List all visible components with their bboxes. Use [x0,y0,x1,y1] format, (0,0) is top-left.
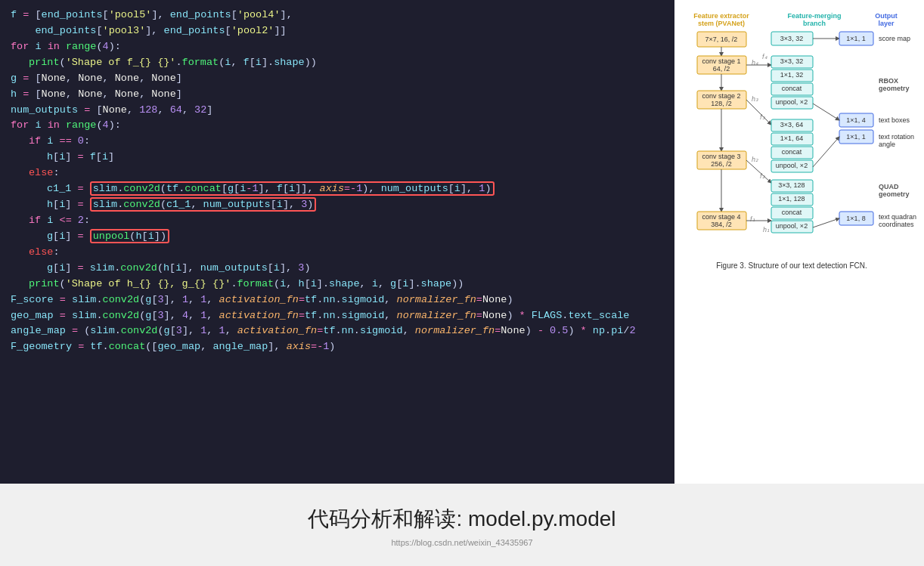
top-section: f = [end_points['pool5'], end_points['po… [0,0,924,484]
svg-text:text boxes: text boxes [879,116,910,124]
svg-text:Feature extractor: Feature extractor [693,12,749,20]
svg-text:f₃: f₃ [760,113,765,121]
svg-text:3×3, 128: 3×3, 128 [778,181,805,189]
svg-line-81 [813,104,839,120]
svg-line-30 [746,100,771,125]
svg-text:1×1, 8: 1×1, 8 [846,215,865,222]
svg-text:text quadrangle: text quadrangle [879,213,916,221]
svg-text:unpool, ×2: unpool, ×2 [776,98,808,106]
svg-text:3×3, 32: 3×3, 32 [780,57,803,65]
svg-text:1×1, 32: 1×1, 32 [780,71,803,79]
svg-text:RBOX: RBOX [879,77,898,85]
svg-text:128, /2: 128, /2 [711,100,732,107]
code-panel: f = [end_points['pool5'], end_points['po… [0,0,674,484]
svg-text:layer: layer [878,20,895,27]
diagram-panel: Feature extractor stem (PVANet) Feature-… [674,0,924,484]
svg-text:angle: angle [879,141,895,148]
svg-text:coordinates: coordinates [879,221,914,228]
svg-text:64, /2: 64, /2 [713,65,730,73]
svg-text:7×7, 16, /2: 7×7, 16, /2 [705,36,738,43]
svg-text:concat: concat [782,148,802,156]
svg-text:256, /2: 256, /2 [711,160,732,168]
svg-text:3×3, 32: 3×3, 32 [780,35,803,42]
svg-text:1×1, 4: 1×1, 4 [846,116,865,124]
svg-text:QUAD: QUAD [879,183,899,190]
svg-text:geometry: geometry [879,190,910,198]
page-title: 代码分析和解读: model.py.model [308,505,615,534]
main-container: f = [end_points['pool5'], end_points['po… [0,0,924,562]
svg-line-83 [813,218,839,227]
svg-text:1×1, 1: 1×1, 1 [846,35,865,42]
svg-text:conv stage 1: conv stage 1 [702,57,740,65]
svg-text:f₁: f₁ [750,215,755,223]
bottom-section: 代码分析和解读: model.py.model https://blog.csd… [0,484,924,562]
svg-text:1×1, 128: 1×1, 128 [778,195,805,203]
page-url: https://blog.csdn.net/weixin_43435967 [391,538,532,547]
svg-text:text rotation: text rotation [879,133,914,141]
svg-text:unpool, ×2: unpool, ×2 [776,222,808,230]
svg-line-82 [813,137,839,167]
svg-text:3×3, 64: 3×3, 64 [780,121,803,128]
svg-text:concat: concat [782,85,802,92]
svg-text:h₃: h₃ [752,95,758,103]
svg-text:concat: concat [782,209,802,216]
svg-text:score map: score map [879,35,910,42]
svg-text:geometry: geometry [879,85,910,92]
svg-text:h₂: h₂ [752,156,758,163]
svg-text:unpool, ×2: unpool, ×2 [776,162,808,169]
svg-line-45 [746,160,771,183]
svg-text:conv stage 2: conv stage 2 [702,92,740,100]
svg-text:Figure 3. Structure of our tex: Figure 3. Structure of our text detectio… [716,261,867,270]
svg-text:f₂: f₂ [760,172,765,180]
svg-text:conv stage 3: conv stage 3 [702,153,740,160]
svg-text:Output: Output [875,12,898,20]
svg-text:conv stage 4: conv stage 4 [702,213,740,221]
svg-text:stem (PVANet): stem (PVANet) [698,20,745,27]
svg-text:h₁: h₁ [763,226,770,234]
svg-text:Feature-merging: Feature-merging [787,12,841,20]
svg-text:1×1, 1: 1×1, 1 [846,133,865,141]
architecture-diagram: Feature extractor stem (PVANet) Feature-… [682,8,916,302]
svg-text:1×1, 64: 1×1, 64 [780,135,803,142]
svg-text:branch: branch [803,20,826,27]
svg-text:384, /2: 384, /2 [711,221,732,228]
svg-text:f₄: f₄ [762,53,767,60]
